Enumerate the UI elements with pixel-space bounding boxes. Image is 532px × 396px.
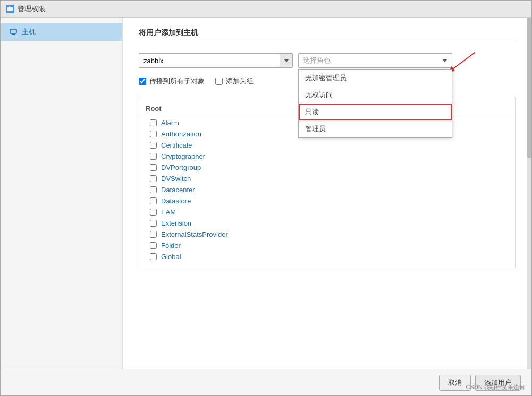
add-as-group-label: 添加为组 [226, 76, 254, 86]
tree-item[interactable]: Folder [139, 240, 515, 251]
role-dropdown-menu: 无加密管理员 无权访问 只读 管理员 [298, 69, 452, 138]
title-bar: 管理权限 [1, 1, 531, 18]
tree-item-checkbox[interactable] [150, 253, 157, 260]
tree-item-label: Alarm [161, 119, 179, 127]
tree-item-checkbox[interactable] [150, 231, 157, 238]
tree-item-label: Cryptographer [161, 152, 205, 160]
tree-item-checkbox[interactable] [150, 119, 157, 126]
tree-item[interactable]: DVSwitch [139, 173, 515, 184]
add-as-group-checkbox[interactable] [215, 78, 223, 85]
window-title: 管理权限 [18, 4, 45, 14]
tree-item-checkbox[interactable] [150, 197, 157, 204]
propagate-label: 传播到所有子对象 [149, 76, 205, 86]
tree-item-label: Authorization [161, 130, 201, 138]
tree-item-checkbox[interactable] [150, 164, 157, 171]
tree-item[interactable]: EAM [139, 206, 515, 218]
main-layout: 主机 将用户添加到主机 选择角色 [1, 18, 531, 369]
title-bar-icon [6, 5, 14, 13]
tree-item-label: ExternalStatsProvider [161, 230, 228, 238]
dropdown-option-0[interactable]: 无加密管理员 [299, 70, 452, 87]
tree-item[interactable]: Cryptographer [139, 151, 515, 162]
tree-item-checkbox[interactable] [150, 131, 157, 137]
close-label[interactable]: 关闭 [488, 383, 500, 391]
tree-item[interactable]: Datacenter [139, 184, 515, 195]
dropdown-option-2[interactable]: 只读 [299, 104, 452, 120]
svg-rect-4 [11, 35, 16, 35]
role-placeholder: 选择角色 [303, 56, 331, 65]
tree-item-checkbox[interactable] [150, 175, 157, 182]
section-title: 将用户添加到主机 [139, 28, 516, 42]
tree-item[interactable]: Certificate [139, 140, 515, 151]
propagate-checkbox[interactable] [139, 78, 146, 85]
dropdown-option-3[interactable]: 管理员 [299, 120, 452, 137]
svg-rect-1 [9, 6, 10, 8]
form-row-inputs: 选择角色 无加密管理员 无权访问 只读 管理员 [139, 53, 516, 68]
host-input[interactable] [139, 57, 280, 65]
tree-items-container: AlarmAuthorizationCertificateCryptograph… [139, 117, 515, 262]
tree-item[interactable]: DVPortgroup [139, 162, 515, 173]
tree-item-label: DVPortgroup [161, 163, 201, 171]
content-area: 将用户添加到主机 选择角色 [123, 18, 531, 369]
host-dropdown-arrow[interactable] [280, 54, 292, 67]
footer-bar: 取消 添加用户 [1, 369, 531, 395]
tree-item-label: DVSwitch [161, 175, 191, 183]
tree-item-checkbox[interactable] [150, 186, 157, 193]
dialog-window: 管理权限 主机 将用户添加到主机 [0, 0, 532, 396]
tree-item[interactable]: ExternalStatsProvider [139, 229, 515, 240]
tree-item-label: Certificate [161, 141, 192, 149]
tree-item-checkbox[interactable] [150, 209, 157, 216]
tree-item-checkbox[interactable] [150, 242, 157, 249]
svg-line-6 [451, 53, 475, 71]
scroll-thumb[interactable] [527, 18, 531, 158]
tree-item-label: EAM [161, 208, 176, 216]
propagate-checkbox-label[interactable]: 传播到所有子对象 [139, 76, 205, 86]
scrollbar[interactable] [527, 18, 531, 369]
tree-item-checkbox[interactable] [150, 153, 157, 160]
sidebar-item-host[interactable]: 主机 [1, 23, 122, 41]
tree-item[interactable]: Global [139, 251, 515, 262]
add-as-group-checkbox-label[interactable]: 添加为组 [215, 76, 254, 86]
tree-item-checkbox[interactable] [150, 220, 157, 227]
dropdown-option-1[interactable]: 无权访问 [299, 87, 452, 104]
tree-item[interactable]: Datastore [139, 195, 515, 206]
svg-rect-0 [7, 7, 13, 11]
tree-item-checkbox[interactable] [150, 142, 157, 149]
sidebar: 主机 [1, 18, 123, 369]
tree-item-label: Extension [161, 219, 191, 227]
tree-item-label: Global [161, 253, 181, 261]
tree-item-label: Datastore [161, 197, 191, 205]
tree-item-label: Folder [161, 242, 181, 249]
host-input-wrapper [139, 53, 293, 68]
tree-item[interactable]: Extension [139, 218, 515, 229]
role-select-button[interactable]: 选择角色 [298, 53, 452, 68]
tree-item-label: Datacenter [161, 186, 195, 194]
role-select-wrapper: 选择角色 无加密管理员 无权访问 只读 管理员 [298, 53, 452, 68]
sidebar-item-label: 主机 [22, 27, 36, 37]
host-icon [9, 28, 18, 36]
svg-rect-2 [10, 29, 16, 33]
